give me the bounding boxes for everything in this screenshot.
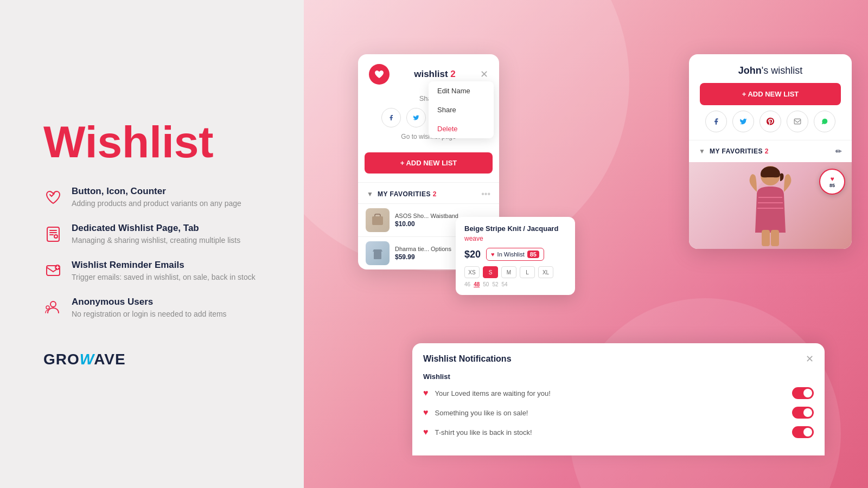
- product-image-1: [366, 208, 390, 232]
- notif-heart-icon-3: ♥: [423, 427, 429, 437]
- left-panel: Wishlist Button, Icon, Counter Adding pr…: [0, 0, 304, 488]
- favorites-title: MY FAVORITIES 2: [378, 190, 437, 198]
- size-xs-button[interactable]: XS: [464, 266, 480, 278]
- notif-toggle-1[interactable]: [792, 387, 814, 399]
- johns-chevron-icon: ▼: [699, 147, 705, 155]
- size-l-button[interactable]: L: [520, 266, 535, 278]
- johns-twitter-btn[interactable]: [732, 111, 754, 132]
- johns-wishlist-card: John's wishlist + ADD NEW LIST: [689, 54, 852, 249]
- feature-button-icon: Button, Icon, Counter Adding products an…: [43, 186, 271, 208]
- feature-title-3: Wishlist Reminder Emails: [72, 260, 256, 271]
- feature-text-3: Wishlist Reminder Emails Trigger emails:…: [72, 260, 256, 281]
- feature-title-2: Dedicated Wishlist Page, Tab: [72, 223, 240, 234]
- in-wishlist-label: In Wishlist: [497, 251, 525, 258]
- size-num-48: 48: [474, 281, 480, 287]
- main-title: Wishlist: [43, 120, 271, 164]
- badge-heart-icon: ♥: [829, 175, 835, 183]
- notif-text-3: T-shirt you like is back in stock!: [435, 428, 786, 436]
- facebook-share-btn[interactable]: [381, 108, 401, 127]
- logo-text-ave: AVE: [94, 351, 126, 368]
- detail-price: $20: [464, 249, 481, 260]
- wishlist-popup-title: wishlist 2: [414, 69, 456, 80]
- johns-add-new-list-button[interactable]: + ADD NEW LIST: [700, 83, 841, 105]
- twitter-share-btn[interactable]: [406, 108, 426, 127]
- feature-desc-3: Trigger emails: saved in wishlist, on sa…: [72, 273, 256, 281]
- svg-rect-8: [374, 252, 381, 259]
- delete-option[interactable]: Delete: [429, 119, 494, 138]
- feature-text-1: Button, Icon, Counter Adding products an…: [72, 186, 241, 208]
- notif-text-2: Something you like is on sale!: [435, 409, 786, 417]
- notifications-header: Wishlist Notifications ✕: [423, 353, 814, 365]
- size-num-50: 50: [483, 281, 489, 287]
- svg-rect-7: [372, 216, 383, 225]
- size-num-54: 54: [502, 281, 508, 287]
- detail-price-row: $20 ♥ In Wishlist 85: [464, 248, 566, 261]
- size-m-button[interactable]: M: [501, 266, 516, 278]
- in-wishlist-heart-icon: ♥: [491, 251, 495, 258]
- notif-toggle-3[interactable]: [792, 426, 814, 438]
- feature-text-2: Dedicated Wishlist Page, Tab Managing & …: [72, 223, 240, 245]
- notif-heart-icon-1: ♥: [423, 388, 429, 398]
- feature-desc-2: Managing & sharing wishlist, creating mu…: [72, 236, 240, 245]
- popup-close-button[interactable]: ✕: [480, 68, 488, 80]
- cards-container: wishlist 2 ✕ Share: [358, 43, 852, 455]
- size-s-button[interactable]: S: [483, 266, 498, 278]
- fashion-product-image: ♥ 85 Denim Shorts ...ART: [689, 162, 852, 249]
- notif-heart-icon-2: ♥: [423, 408, 429, 418]
- johns-pinterest-btn[interactable]: [760, 111, 781, 132]
- context-menu: Edit Name Share Delete: [429, 81, 494, 138]
- notifications-close-button[interactable]: ✕: [806, 353, 814, 365]
- svg-rect-12: [762, 230, 770, 246]
- svg-rect-13: [771, 230, 779, 246]
- feature-text-4: Anonymous Users No registration or login…: [72, 297, 227, 318]
- svg-rect-9: [794, 119, 801, 124]
- in-wishlist-button[interactable]: ♥ In Wishlist 85: [486, 248, 544, 261]
- more-options-button[interactable]: •••: [481, 189, 490, 199]
- notifications-card: Wishlist Notifications ✕ Wishlist ♥ Your…: [412, 343, 825, 455]
- notifications-section-label: Wishlist: [423, 373, 814, 381]
- edit-pen-icon[interactable]: ✏: [835, 147, 842, 156]
- logo: GRO W AVE: [43, 351, 271, 368]
- notif-toggle-2[interactable]: [792, 407, 814, 419]
- johns-email-btn[interactable]: [787, 111, 808, 132]
- size-num-46: 46: [464, 281, 470, 287]
- svg-point-5: [46, 306, 49, 309]
- add-new-list-button[interactable]: + ADD NEW LIST: [365, 152, 493, 174]
- size-numbers-row: 46 48 50 52 54: [464, 281, 566, 287]
- feature-title-1: Button, Icon, Counter: [72, 186, 241, 197]
- johns-fav-title: MY FAVORITIES 2: [710, 147, 831, 155]
- johns-title: John's wishlist: [700, 65, 841, 76]
- feature-desc-1: Adding products and product variants on …: [72, 199, 241, 208]
- detail-product-name: Beige Stripe Knit / Jacquard: [464, 224, 566, 233]
- feature-anonymous: Anonymous Users No registration or login…: [43, 297, 271, 318]
- email-icon: [43, 261, 63, 280]
- chevron-down-icon: ▼: [367, 190, 373, 198]
- edit-name-option[interactable]: Edit Name: [429, 81, 494, 100]
- feature-list: Button, Icon, Counter Adding products an…: [43, 186, 271, 318]
- notif-row-3: ♥ T-shirt you like is back in stock!: [423, 426, 814, 438]
- logo-text-gro: GRO: [43, 351, 80, 368]
- feature-wishlist-page: Dedicated Wishlist Page, Tab Managing & …: [43, 223, 271, 245]
- svg-point-4: [50, 301, 56, 307]
- size-num-52: 52: [492, 281, 498, 287]
- product-image-2: [366, 241, 390, 265]
- johns-header: John's wishlist + ADD NEW LIST: [689, 54, 852, 111]
- wishlist-heart-icon: [369, 64, 390, 85]
- johns-favorites-header: ▼ MY FAVORITIES 2 ✏: [689, 140, 852, 162]
- size-buttons-row: XS S M L XL: [464, 266, 566, 278]
- logo-wave-icon: W: [80, 351, 94, 368]
- right-panel: wishlist 2 ✕ Share: [304, 0, 868, 488]
- johns-whatsapp-btn[interactable]: [814, 111, 835, 132]
- feature-desc-4: No registration or login is needed to ad…: [72, 310, 227, 318]
- feature-title-4: Anonymous Users: [72, 297, 227, 307]
- wishlist-badge: ♥ 85: [819, 169, 845, 195]
- in-wishlist-count: 85: [527, 251, 539, 258]
- notif-row-2: ♥ Something you like is on sale!: [423, 407, 814, 419]
- share-option[interactable]: Share: [429, 100, 494, 119]
- johns-facebook-btn[interactable]: [705, 111, 727, 132]
- feature-emails: Wishlist Reminder Emails Trigger emails:…: [43, 260, 271, 281]
- heart-icon: [43, 187, 63, 207]
- notifications-title: Wishlist Notifications: [423, 354, 512, 364]
- size-xl-button[interactable]: XL: [538, 266, 553, 278]
- detail-product-sub: weave: [464, 235, 566, 242]
